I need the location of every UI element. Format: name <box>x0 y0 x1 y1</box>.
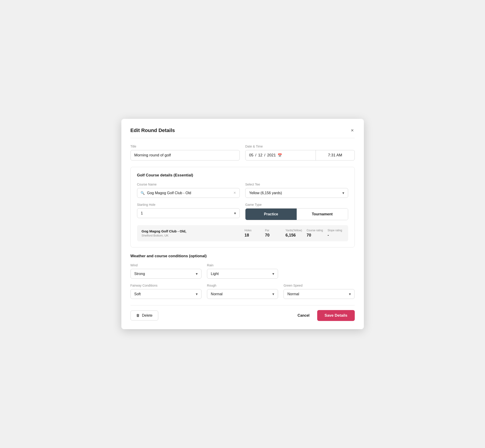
rain-wrap: NoneLightModerateHeavy ▼ <box>207 269 278 279</box>
starting-hole-dropdown[interactable]: 1234 5678 910 <box>137 208 240 218</box>
hole-gametype-row: Starting Hole 1234 5678 910 ▼ Game Type … <box>137 203 348 220</box>
time-part[interactable]: 7:31 AM <box>316 150 355 160</box>
search-icon: 🔍 <box>140 191 145 195</box>
holes-value: 18 <box>244 233 249 238</box>
date-time-row: 05 / 12 / 2021 📅 7:31 AM <box>245 150 355 160</box>
course-info-strip: Gog Magog Golf Club - Old, Shelford Bott… <box>137 225 348 241</box>
yards-value: 6,156 <box>285 233 296 238</box>
fairway-field: Fairway Conditions SoftNormalFirmVery Fi… <box>130 284 202 299</box>
wind-label: Wind <box>130 263 202 267</box>
date-month: 05 <box>249 153 253 158</box>
cancel-button[interactable]: Cancel <box>295 311 312 320</box>
course-rating-label: Course rating <box>307 229 323 232</box>
starting-hole-label: Starting Hole <box>137 203 240 207</box>
date-part[interactable]: 05 / 12 / 2021 📅 <box>245 150 316 160</box>
fairway-rough-green-row: Fairway Conditions SoftNormalFirmVery Fi… <box>130 284 355 299</box>
game-type-field: Game Type Practice Tournament <box>245 203 348 220</box>
footer-actions: Cancel Save Details <box>295 310 355 321</box>
title-field-group: Title <box>130 144 240 160</box>
modal-footer: 🗑 Delete Cancel Save Details <box>130 305 355 321</box>
course-info-location: Shelford Bottom, UK <box>142 234 240 237</box>
date-year: 2021 <box>267 153 276 158</box>
yards-stat: Yards(Yellow) 6,156 <box>281 229 302 238</box>
yards-label: Yards(Yellow) <box>285 229 302 232</box>
rough-wrap: ShortNormalLongVery Long ▼ <box>207 289 278 299</box>
rough-field: Rough ShortNormalLongVery Long ▼ <box>207 284 278 299</box>
slope-rating-stat: Slope rating - <box>323 229 344 238</box>
wind-dropdown[interactable]: NoneLightModerateStrong <box>130 269 202 279</box>
game-type-toggle: Practice Tournament <box>245 208 348 220</box>
modal-header: Edit Round Details × <box>130 127 355 138</box>
weather-section: Weather and course conditions (optional)… <box>130 254 355 299</box>
date-sep1: / <box>255 153 256 158</box>
starting-hole-wrap: 1234 5678 910 ▼ <box>137 208 240 218</box>
delete-button[interactable]: 🗑 Delete <box>130 311 158 320</box>
modal-title: Edit Round Details <box>130 128 175 133</box>
slope-rating-value: - <box>328 233 329 238</box>
clear-course-button[interactable]: × <box>233 191 236 195</box>
date-label: Date & Time <box>245 144 355 148</box>
green-speed-field: Green Speed SlowNormalFastVery Fast ▼ <box>283 284 355 299</box>
course-name-tee-row: Course Name 🔍 × Select Tee Yellow (6,156… <box>137 183 348 198</box>
par-label: Par <box>265 229 269 232</box>
calendar-icon: 📅 <box>278 153 282 158</box>
title-input[interactable] <box>130 150 240 160</box>
select-tee-dropdown[interactable]: Yellow (6,156 yards) White (6,500 yards)… <box>245 188 348 198</box>
title-label: Title <box>130 144 240 148</box>
holes-stat: Holes 18 <box>240 229 260 238</box>
select-tee-label: Select Tee <box>245 183 348 186</box>
par-stat: Par 70 <box>260 229 281 238</box>
rain-label: Rain <box>207 263 278 267</box>
slope-rating-label: Slope rating <box>328 229 342 232</box>
trash-icon: 🗑 <box>136 313 140 318</box>
holes-label: Holes <box>244 229 252 232</box>
date-sep2: / <box>264 153 266 158</box>
edit-round-modal: Edit Round Details × Title Date & Time 0… <box>121 119 364 329</box>
rain-field: Rain NoneLightModerateHeavy ▼ <box>207 263 278 279</box>
rain-dropdown[interactable]: NoneLightModerateHeavy <box>207 269 278 279</box>
select-tee-wrap: Yellow (6,156 yards) White (6,500 yards)… <box>245 188 348 198</box>
course-name-search[interactable]: 🔍 × <box>137 188 240 198</box>
course-card-title: Golf Course details (Essential) <box>137 173 348 177</box>
close-button[interactable]: × <box>350 127 355 134</box>
course-rating-value: 70 <box>307 233 311 238</box>
par-value: 70 <box>265 233 270 238</box>
game-type-label: Game Type <box>245 203 348 207</box>
green-speed-wrap: SlowNormalFastVery Fast ▼ <box>283 289 355 299</box>
wind-rain-row: Wind NoneLightModerateStrong ▼ Rain None… <box>130 263 355 279</box>
course-details-card: Golf Course details (Essential) Course N… <box>130 167 355 248</box>
select-tee-field: Select Tee Yellow (6,156 yards) White (6… <box>245 183 348 198</box>
course-name-field: Course Name 🔍 × <box>137 183 240 198</box>
course-name-input[interactable] <box>147 191 233 195</box>
course-info-name: Gog Magog Golf Club - Old, <box>142 229 240 233</box>
practice-toggle-button[interactable]: Practice <box>245 208 297 220</box>
fairway-label: Fairway Conditions <box>130 284 202 287</box>
fairway-wrap: SoftNormalFirmVery Firm ▼ <box>130 289 202 299</box>
course-rating-stat: Course rating 70 <box>302 229 323 238</box>
fairway-dropdown[interactable]: SoftNormalFirmVery Firm <box>130 289 202 299</box>
weather-title: Weather and course conditions (optional) <box>130 254 355 258</box>
green-speed-dropdown[interactable]: SlowNormalFastVery Fast <box>283 289 355 299</box>
green-speed-label: Green Speed <box>283 284 355 287</box>
rough-dropdown[interactable]: ShortNormalLongVery Long <box>207 289 278 299</box>
wind-wrap: NoneLightModerateStrong ▼ <box>130 269 202 279</box>
rough-label: Rough <box>207 284 278 287</box>
save-button[interactable]: Save Details <box>317 310 355 321</box>
course-info-name-block: Gog Magog Golf Club - Old, Shelford Bott… <box>142 229 240 237</box>
date-day: 12 <box>258 153 263 158</box>
course-name-label: Course Name <box>137 183 240 186</box>
date-field-group: Date & Time 05 / 12 / 2021 📅 7:31 AM <box>245 144 355 160</box>
wind-field: Wind NoneLightModerateStrong ▼ <box>130 263 202 279</box>
delete-label: Delete <box>142 313 153 318</box>
title-date-row: Title Date & Time 05 / 12 / 2021 📅 7:31 … <box>130 144 355 160</box>
time-value: 7:31 AM <box>328 153 342 158</box>
tournament-toggle-button[interactable]: Tournament <box>297 208 348 220</box>
starting-hole-field: Starting Hole 1234 5678 910 ▼ <box>137 203 240 220</box>
